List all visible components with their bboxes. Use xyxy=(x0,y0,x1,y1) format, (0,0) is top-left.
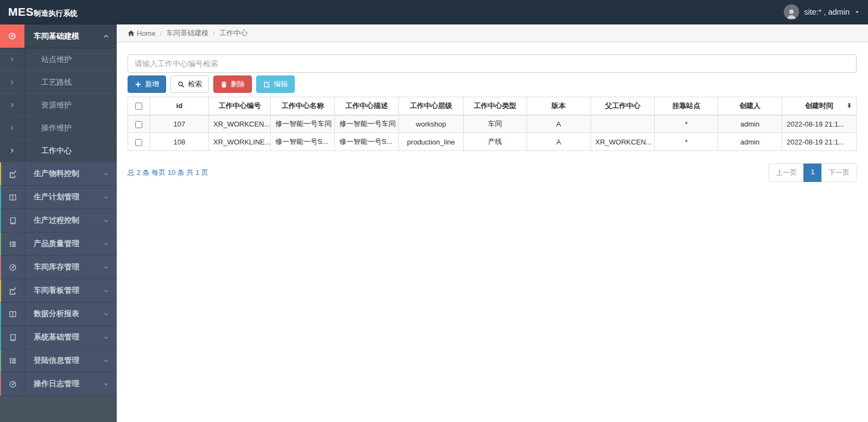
edit-button[interactable]: 编辑 xyxy=(256,75,295,93)
chevron-down-icon xyxy=(103,194,109,200)
breadcrumb-separator: / xyxy=(160,29,162,37)
sidebar-item-process-route[interactable]: 工艺路线 xyxy=(0,71,117,94)
breadcrumb-separator: / xyxy=(213,29,215,37)
sidebar-item-login-info-management[interactable]: 登陆信息管理 xyxy=(0,349,117,373)
chevron-right-icon xyxy=(0,117,24,139)
sidebar-item-label: 系统基础管理 xyxy=(24,332,103,342)
sidebar-item-label: 站点维护 xyxy=(32,55,117,65)
sidebar-item-work-center[interactable]: 工作中心 xyxy=(0,140,117,162)
table-cell: XR_WORKLINE... xyxy=(209,133,271,151)
breadcrumb-section[interactable]: 车间基础建模 xyxy=(166,28,208,38)
column-header: id xyxy=(150,97,208,115)
dashboard-icon xyxy=(1,373,24,395)
chevron-down-icon xyxy=(103,381,109,387)
table-cell: A xyxy=(527,115,591,133)
sidebar-item-label: 车间库存管理 xyxy=(24,262,103,272)
sidebar-item-workshop-basic-modeling[interactable]: 车间基础建模 xyxy=(0,24,117,48)
sidebar-item-system-basic-management[interactable]: 系统基础管理 xyxy=(0,326,117,349)
column-header: 挂靠站点 xyxy=(655,97,718,115)
edit-icon xyxy=(1,162,24,185)
page-1-button[interactable]: 1 xyxy=(803,163,822,182)
sidebar-item-production-process-control[interactable]: 生产过程控制 xyxy=(0,209,117,232)
toolbar: 新增 检索 删除 编辑 xyxy=(128,75,857,93)
sidebar-item-label: 资源维护 xyxy=(32,100,117,110)
table-cell: 108 xyxy=(150,133,208,151)
sidebar-item-operation-log-management[interactable]: 操作日志管理 xyxy=(0,373,117,396)
column-header: 工作中心编号 xyxy=(209,97,271,115)
user-menu[interactable]: site:* , admin xyxy=(784,4,860,20)
user-avatar[interactable] xyxy=(784,4,799,20)
columns-icon xyxy=(1,303,24,325)
table-cell: 2022-08-19 21:1... xyxy=(782,133,856,151)
sidebar-item-station-maintenance[interactable]: 站点维护 xyxy=(0,48,117,71)
table-row[interactable]: 108XR_WORKLINE...修一智能一号S...修一智能一号S...pro… xyxy=(128,133,857,151)
pin-icon xyxy=(846,103,852,109)
work-center-table: id工作中心编号工作中心名称工作中心描述工作中心层级工作中心类型版本父工作中心挂… xyxy=(128,97,857,151)
person-icon xyxy=(785,8,797,20)
sidebar-item-production-material-control[interactable]: 生产物料控制 xyxy=(0,162,117,186)
pagination: 上一页 1 下一页 xyxy=(769,163,857,182)
column-header: 工作中心类型 xyxy=(464,97,527,115)
table-cell: 2022-08-19 21:1... xyxy=(782,115,856,133)
dashboard-icon xyxy=(1,256,24,279)
search-input[interactable] xyxy=(128,54,857,73)
sidebar-item-operation-maintenance[interactable]: 操作维护 xyxy=(0,117,117,140)
chevron-down-icon xyxy=(103,358,109,364)
sidebar-item-data-analysis-report[interactable]: 数据分析报表 xyxy=(0,303,117,326)
top-navbar: MES 制造执行系统 site:* , admin xyxy=(0,0,868,24)
main-area: Home / 车间基础建模 / 工作中心 新增 检索 xyxy=(117,24,868,422)
table-cell: 修一智能一号S... xyxy=(334,133,398,151)
breadcrumb: Home / 车间基础建模 / 工作中心 xyxy=(117,24,868,42)
sidebar-sections: 生产物料控制生产计划管理生产过程控制产品质量管理车间库存管理车间看板管理数据分析… xyxy=(0,162,117,396)
chevron-down-icon xyxy=(103,218,109,224)
sidebar-item-resource-maintenance[interactable]: 资源维护 xyxy=(0,94,117,117)
search-button-label: 检索 xyxy=(188,79,202,89)
sidebar-item-product-quality-management[interactable]: 产品质量管理 xyxy=(0,232,117,256)
table-cell: 修一智能一号车间 xyxy=(334,115,398,133)
sidebar-item-label: 工作中心 xyxy=(32,146,117,156)
table-cell: 修一智能一号车间 xyxy=(270,115,334,133)
sidebar-item-label: 产品质量管理 xyxy=(24,239,103,249)
edit-icon xyxy=(1,279,24,302)
prev-page-button[interactable]: 上一页 xyxy=(769,163,804,182)
table-row[interactable]: 107XR_WORKCEN...修一智能一号车间修一智能一号车间workshop… xyxy=(128,115,857,133)
table-body: 107XR_WORKCEN...修一智能一号车间修一智能一号车间workshop… xyxy=(128,115,857,151)
columns-icon xyxy=(1,186,24,209)
table-cell: XR_WORKCEN... xyxy=(591,133,655,151)
table-head: id工作中心编号工作中心名称工作中心描述工作中心层级工作中心类型版本父工作中心挂… xyxy=(128,97,857,115)
next-page-button[interactable]: 下一页 xyxy=(821,163,857,182)
search-icon xyxy=(178,81,185,88)
column-header: 工作中心名称 xyxy=(270,97,334,115)
row-checkbox[interactable] xyxy=(135,139,142,146)
select-all-checkbox[interactable] xyxy=(135,103,142,110)
caret-down-icon[interactable] xyxy=(854,9,860,15)
table-cell: 修一智能一号S... xyxy=(270,133,334,151)
search-button[interactable]: 检索 xyxy=(170,75,209,93)
user-label[interactable]: site:* , admin xyxy=(804,8,850,16)
row-checkbox[interactable] xyxy=(135,121,142,128)
sidebar: 车间基础建模 站点维护工艺路线资源维护操作维护工作中心 生产物料控制生产计划管理… xyxy=(0,24,117,422)
book-icon xyxy=(1,326,24,349)
table-header-row: id工作中心编号工作中心名称工作中心描述工作中心层级工作中心类型版本父工作中心挂… xyxy=(128,97,857,115)
sidebar-submenu: 站点维护工艺路线资源维护操作维护工作中心 xyxy=(0,48,117,162)
column-header: 父工作中心 xyxy=(591,97,655,115)
sidebar-item-label: 登陆信息管理 xyxy=(24,356,103,366)
delete-button[interactable]: 删除 xyxy=(213,75,252,93)
table-cell: * xyxy=(655,115,718,133)
brand-rest: 制造执行系统 xyxy=(34,9,78,18)
table-cell: A xyxy=(527,133,591,151)
breadcrumb-home[interactable]: Home xyxy=(137,29,156,37)
pagination-row: 总 2 条 每页 10 条 共 1 页 上一页 1 下一页 xyxy=(128,163,857,182)
sidebar-item-workshop-inventory-management[interactable]: 车间库存管理 xyxy=(0,256,117,279)
add-button[interactable]: 新增 xyxy=(128,75,166,93)
chevron-right-icon xyxy=(0,94,24,116)
dashboard-icon xyxy=(0,24,24,48)
chevron-down-icon xyxy=(103,311,109,317)
edit-button-label: 编辑 xyxy=(274,79,288,89)
sidebar-item-label: 工艺路线 xyxy=(32,78,117,87)
app-logo: MES 制造执行系统 xyxy=(8,5,78,18)
sidebar-item-label: 操作日志管理 xyxy=(24,379,103,389)
breadcrumb-page: 工作中心 xyxy=(219,28,248,38)
sidebar-item-production-plan-management[interactable]: 生产计划管理 xyxy=(0,186,117,209)
sidebar-item-workshop-kanban-management[interactable]: 车间看板管理 xyxy=(0,279,117,303)
